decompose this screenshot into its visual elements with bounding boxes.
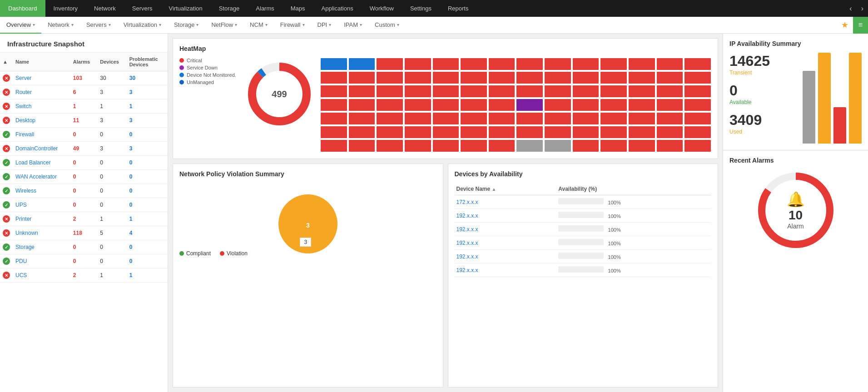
nav-dashboard[interactable]: Dashboard (0, 0, 45, 17)
heatmap-cell[interactable] (544, 71, 571, 84)
heatmap-cell[interactable] (600, 139, 627, 152)
heatmap-cell[interactable] (600, 112, 627, 125)
heatmap-cell[interactable] (376, 139, 403, 152)
subnav-overview[interactable]: Overview ▾ (0, 17, 41, 34)
heatmap-cell[interactable] (600, 126, 627, 139)
nav-network[interactable]: Network (86, 0, 124, 17)
heatmap-cell[interactable] (320, 85, 347, 98)
device-name-link[interactable]: 192.x.x.x (456, 240, 478, 246)
heatmap-cell[interactable] (376, 85, 403, 98)
heatmap-cell[interactable] (544, 58, 571, 70)
heatmap-cell[interactable] (516, 58, 543, 70)
heatmap-cell[interactable] (488, 126, 516, 139)
device-name-link[interactable]: Firewall (15, 131, 34, 138)
heatmap-cell[interactable] (628, 85, 655, 98)
device-name-link[interactable]: UPS (15, 202, 27, 208)
device-name-link[interactable]: Desktop (15, 117, 35, 124)
heatmap-cell[interactable] (656, 126, 684, 139)
heatmap-cell[interactable] (432, 71, 460, 84)
heatmap-cell[interactable] (600, 58, 627, 70)
heatmap-cell[interactable] (628, 71, 655, 84)
heatmap-cell[interactable] (572, 71, 600, 84)
heatmap-cell[interactable] (516, 126, 543, 139)
nav-reports[interactable]: Reports (440, 0, 477, 17)
device-name-link[interactable]: Load Balancer (15, 159, 50, 166)
heatmap-cell[interactable] (572, 85, 600, 98)
heatmap-cell[interactable] (656, 112, 684, 125)
heatmap-cell[interactable] (656, 139, 684, 152)
heatmap-cell[interactable] (376, 71, 403, 84)
heatmap-cell[interactable] (656, 58, 684, 70)
heatmap-cell[interactable] (684, 99, 711, 111)
heatmap-cell[interactable] (600, 71, 627, 84)
heatmap-cell[interactable] (516, 139, 543, 152)
device-name-link[interactable]: 172.x.x.x (456, 199, 478, 205)
heatmap-cell[interactable] (488, 139, 516, 152)
heatmap-cell[interactable] (656, 99, 684, 111)
heatmap-cell[interactable] (544, 139, 571, 152)
heatmap-cell[interactable] (516, 99, 543, 111)
heatmap-cell[interactable] (628, 126, 655, 139)
heatmap-cell[interactable] (628, 99, 655, 111)
heatmap-cell[interactable] (348, 126, 376, 139)
heatmap-cell[interactable] (516, 85, 543, 98)
subnav-ipam[interactable]: IPAM ▾ (337, 17, 368, 34)
heatmap-cell[interactable] (404, 139, 432, 152)
heatmap-cell[interactable] (460, 139, 487, 152)
subnav-servers[interactable]: Servers ▾ (80, 17, 117, 34)
heatmap-cell[interactable] (628, 58, 655, 70)
heatmap-cell[interactable] (684, 58, 711, 70)
heatmap-cell[interactable] (488, 99, 516, 111)
nav-prev-arrow[interactable]: ‹ (845, 0, 856, 17)
device-name-link[interactable]: 192.x.x.x (456, 253, 478, 260)
heatmap-cell[interactable] (572, 99, 600, 111)
heatmap-cell[interactable] (600, 85, 627, 98)
heatmap-cell[interactable] (516, 112, 543, 125)
heatmap-cell[interactable] (516, 71, 543, 84)
device-name-link[interactable]: 192.x.x.x (456, 226, 478, 233)
heatmap-cell[interactable] (320, 58, 347, 70)
heatmap-cell[interactable] (348, 112, 376, 125)
device-name-link[interactable]: WAN Accelerator (15, 174, 57, 180)
nav-storage[interactable]: Storage (211, 0, 248, 17)
heatmap-cell[interactable] (432, 99, 460, 111)
heatmap-cell[interactable] (432, 112, 460, 125)
heatmap-cell[interactable] (684, 71, 711, 84)
heatmap-cell[interactable] (684, 139, 711, 152)
subnav-firewall[interactable]: Firewall ▾ (274, 17, 311, 34)
heatmap-cell[interactable] (320, 112, 347, 125)
heatmap-cell[interactable] (348, 58, 376, 70)
device-name-link[interactable]: Server (15, 75, 31, 81)
heatmap-cell[interactable] (432, 126, 460, 139)
heatmap-cell[interactable] (460, 71, 487, 84)
heatmap-cell[interactable] (432, 139, 460, 152)
device-name-link[interactable]: Printer (15, 216, 31, 222)
menu-icon[interactable]: ≡ (853, 17, 868, 34)
device-name-link[interactable]: Wireless (15, 188, 36, 194)
heatmap-cell[interactable] (460, 85, 487, 98)
heatmap-cell[interactable] (460, 126, 487, 139)
heatmap-cell[interactable] (460, 99, 487, 111)
device-name-link[interactable]: PDU (15, 258, 27, 264)
heatmap-cell[interactable] (656, 71, 684, 84)
nav-workflow[interactable]: Workflow (362, 0, 402, 17)
nav-maps[interactable]: Maps (283, 0, 313, 17)
heatmap-cell[interactable] (404, 85, 432, 98)
heatmap-cell[interactable] (404, 112, 432, 125)
nav-virtualization[interactable]: Virtualization (161, 0, 211, 17)
device-name-link[interactable]: DomainController (15, 145, 58, 152)
heatmap-cell[interactable] (488, 85, 516, 98)
heatmap-cell[interactable] (628, 112, 655, 125)
heatmap-cell[interactable] (320, 99, 347, 111)
heatmap-cell[interactable] (348, 85, 376, 98)
heatmap-cell[interactable] (320, 126, 347, 139)
heatmap-cell[interactable] (544, 85, 571, 98)
heatmap-cell[interactable] (544, 112, 571, 125)
heatmap-cell[interactable] (404, 71, 432, 84)
heatmap-cell[interactable] (488, 71, 516, 84)
heatmap-cell[interactable] (572, 139, 600, 152)
heatmap-cell[interactable] (404, 58, 432, 70)
heatmap-cell[interactable] (684, 126, 711, 139)
heatmap-cell[interactable] (572, 126, 600, 139)
heatmap-cell[interactable] (432, 85, 460, 98)
